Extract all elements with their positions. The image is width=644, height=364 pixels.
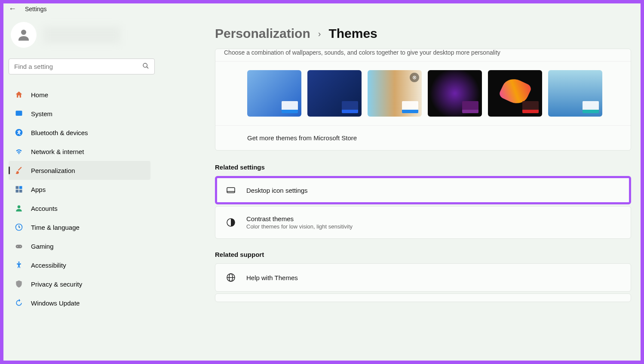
- help-themes-button[interactable]: Help with Themes: [215, 263, 631, 292]
- sidebar-item-bluetooth[interactable]: Bluetooth & devices: [9, 123, 150, 142]
- update-icon: [15, 299, 23, 307]
- home-icon: [15, 90, 23, 99]
- theme-thumbnail[interactable]: ⊗: [368, 70, 422, 117]
- svg-rect-5: [16, 186, 19, 189]
- theme-thumbnail[interactable]: [548, 70, 602, 117]
- nav-label: Personalization: [31, 167, 75, 174]
- sidebar: Home System Bluetooth & devices Network …: [0, 18, 159, 360]
- svg-rect-6: [19, 186, 22, 189]
- breadcrumb-parent[interactable]: Personalization: [215, 26, 310, 41]
- bluetooth-icon: [15, 128, 23, 137]
- contrast-themes-button[interactable]: Contrast themes Color themes for low vis…: [215, 206, 631, 239]
- svg-point-9: [18, 205, 21, 208]
- user-name-redacted: [43, 26, 120, 43]
- themes-description: Choose a combination of wallpapers, soun…: [215, 49, 631, 61]
- nav-label: Bluetooth & devices: [31, 129, 88, 136]
- theme-badge-icon: ⊗: [410, 73, 419, 82]
- themes-row: ⊗: [215, 61, 631, 125]
- person-icon: [15, 204, 23, 213]
- avatar: [11, 22, 37, 48]
- svg-rect-15: [227, 188, 235, 193]
- clock-icon: [15, 223, 23, 231]
- brush-icon: [15, 166, 23, 175]
- sidebar-item-personalization[interactable]: Personalization: [9, 161, 150, 180]
- desktop-icon: [226, 185, 236, 195]
- contrast-icon: [226, 217, 236, 228]
- back-button[interactable]: ←: [9, 4, 16, 13]
- search-box[interactable]: [9, 59, 155, 74]
- theme-thumbnail[interactable]: [488, 70, 542, 117]
- setting-title: Contrast themes: [246, 215, 353, 222]
- sidebar-item-network[interactable]: Network & internet: [9, 142, 150, 161]
- sidebar-item-system[interactable]: System: [9, 104, 150, 123]
- nav-label: Privacy & security: [31, 281, 82, 288]
- svg-rect-11: [16, 245, 22, 248]
- related-settings-section: Related settings Desktop icon settings C…: [215, 163, 631, 239]
- svg-rect-3: [16, 111, 22, 116]
- svg-point-12: [17, 246, 18, 247]
- theme-thumbnail[interactable]: [307, 70, 362, 117]
- setting-subtitle: Color themes for low vision, light sensi…: [246, 223, 353, 230]
- svg-point-1: [143, 63, 147, 67]
- svg-point-0: [21, 30, 26, 35]
- section-title: Related support: [215, 251, 631, 258]
- section-title: Related settings: [215, 163, 631, 171]
- nav-label: System: [31, 110, 52, 117]
- related-support-section: Related support Help with Themes: [215, 251, 631, 302]
- setting-title: Help with Themes: [246, 274, 298, 281]
- sidebar-item-apps[interactable]: Apps: [9, 180, 150, 199]
- search-input[interactable]: [14, 63, 142, 70]
- breadcrumb: Personalization › Themes: [215, 26, 631, 41]
- header-bar: ← Settings: [0, 0, 644, 18]
- svg-point-13: [20, 246, 21, 247]
- svg-point-14: [18, 262, 19, 263]
- nav-label: Accessibility: [31, 262, 66, 269]
- theme-thumbnail[interactable]: [247, 70, 301, 117]
- setting-title: Desktop icon settings: [246, 187, 308, 194]
- desktop-icon-settings-button[interactable]: Desktop icon settings: [215, 176, 631, 204]
- user-section[interactable]: [9, 22, 150, 48]
- breadcrumb-current: Themes: [328, 26, 377, 41]
- sidebar-item-gaming[interactable]: Gaming: [9, 237, 150, 256]
- system-icon: [15, 109, 23, 118]
- nav-label: Time & language: [31, 224, 80, 231]
- sidebar-item-privacy[interactable]: Privacy & security: [9, 275, 150, 293]
- wifi-icon: [15, 147, 23, 156]
- sidebar-item-accounts[interactable]: Accounts: [9, 199, 150, 218]
- apps-icon: [15, 185, 23, 194]
- nav-list: Home System Bluetooth & devices Network …: [9, 85, 150, 312]
- sidebar-item-home[interactable]: Home: [9, 85, 150, 104]
- globe-icon: [226, 272, 236, 283]
- sidebar-item-update[interactable]: Windows Update: [9, 293, 150, 312]
- nav-label: Apps: [31, 186, 46, 193]
- main-content: Personalization › Themes Choose a combin…: [159, 18, 644, 360]
- nav-label: Windows Update: [31, 299, 80, 307]
- sidebar-item-time[interactable]: Time & language: [9, 218, 150, 237]
- accessibility-icon: [15, 261, 23, 269]
- theme-thumbnail[interactable]: [428, 70, 482, 117]
- nav-label: Gaming: [31, 243, 54, 250]
- app-title: Settings: [25, 6, 47, 12]
- svg-rect-7: [16, 190, 19, 193]
- shield-icon: [15, 280, 23, 288]
- more-themes-link[interactable]: Get more themes from Microsoft Store: [215, 125, 631, 150]
- gaming-icon: [15, 242, 23, 250]
- themes-card: Choose a combination of wallpapers, soun…: [215, 49, 631, 151]
- svg-rect-8: [19, 190, 22, 193]
- sidebar-item-accessibility[interactable]: Accessibility: [9, 256, 150, 275]
- nav-label: Network & internet: [31, 148, 84, 155]
- svg-line-2: [147, 67, 148, 68]
- chevron-right-icon: ›: [318, 29, 321, 39]
- search-icon: [142, 62, 149, 71]
- support-extra-card[interactable]: [215, 293, 631, 302]
- nav-label: Home: [31, 91, 48, 99]
- nav-label: Accounts: [31, 205, 58, 212]
